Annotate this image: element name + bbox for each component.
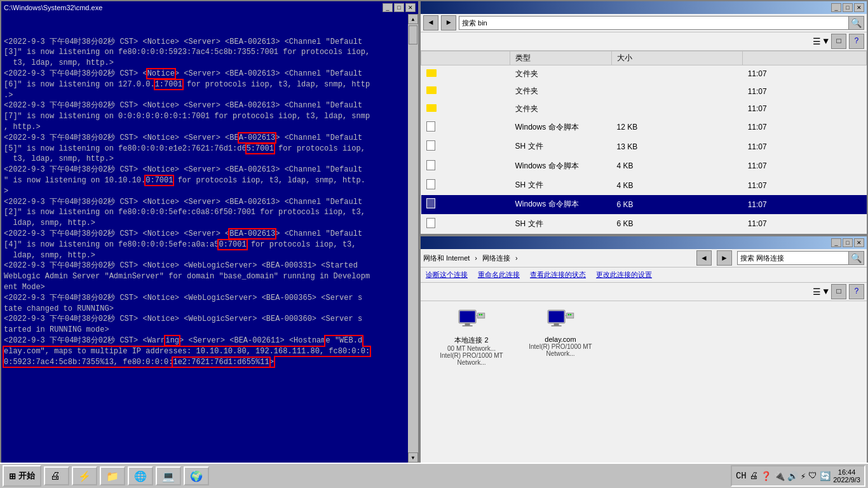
cmd-window[interactable]: C:\Windows\System32\cmd.exe _ □ ✕ <2022-… [0, 0, 419, 464]
network-search-box[interactable]: 🔍 [737, 251, 864, 265]
table-row[interactable]: 文件夹 11:07 [421, 65, 867, 83]
cmd-maximize-btn[interactable]: □ [394, 3, 404, 12]
explorer-titlebar-buttons[interactable]: _ □ ✕ [831, 3, 864, 12]
explorer-view-btn[interactable]: □ [831, 34, 846, 49]
explorer-forward-btn[interactable]: ► [441, 15, 456, 30]
explorer-close-btn[interactable]: ✕ [854, 3, 864, 12]
network-action-diagnose[interactable]: 诊断这个连接 [426, 270, 468, 280]
network-close-btn[interactable]: ✕ [854, 238, 864, 247]
start-button[interactable]: ⊞ 开始 [3, 465, 41, 487]
highlight-warn: ing [165, 336, 179, 345]
taskbar-item-4[interactable]: 🌐 [128, 466, 153, 485]
network-search-btn[interactable]: 🔍 [848, 252, 864, 264]
table-row-selected[interactable]: Windows 命令脚本 6 KB 11:07 [421, 195, 867, 214]
network-view-btn[interactable]: □ [831, 284, 846, 299]
highlight-port-2: 5:7001 [247, 144, 274, 153]
taskbar-item-2[interactable]: ⚡ [72, 466, 97, 485]
network-action-status[interactable]: 查看此连接的状态 [530, 270, 586, 280]
network-breadcrumb-toolbar: 网络和 Internet › 网络连接 › ◄ ► 🔍 [421, 249, 867, 268]
taskbar-icon-1: 🖨 [50, 470, 60, 482]
network-restore-btn[interactable]: □ [843, 238, 853, 247]
taskbar-item-cmd[interactable]: 💻 [156, 466, 181, 485]
view-list-icon[interactable]: ☰ [813, 36, 821, 47]
taskbar-item-3[interactable]: 📁 [100, 466, 125, 485]
network-icon-delay[interactable]: delay.com Intel(R) PRO/1000 MT Network..… [522, 308, 599, 357]
table-row[interactable]: SH 文件 4 KB 11:07 [421, 175, 867, 194]
tray-printer-icon[interactable]: 🖨 [749, 471, 758, 481]
network-icon-local[interactable]: 本地连接 2 00 MT Network... Intel(R) PRO/100… [433, 308, 510, 366]
taskbar-item-5[interactable]: 🌍 [184, 466, 209, 485]
explorer-back-btn[interactable]: ◄ [423, 15, 438, 30]
file-name [421, 156, 510, 175]
explorer-search-box[interactable]: 🔍 [459, 16, 864, 30]
explorer-minimize-btn[interactable]: _ [831, 3, 841, 12]
file-name [421, 83, 510, 100]
network-actions-bar: 诊断这个连接 重命名此连接 查看此连接的状态 更改此连接的设置 [421, 268, 867, 283]
tray-help-icon[interactable]: ❓ [761, 471, 771, 482]
file-time: 11:07 [743, 195, 867, 214]
tray-sound-icon[interactable]: 🔊 [787, 471, 798, 482]
col-header-size[interactable]: 大小 [612, 51, 743, 65]
file-type: 文件夹 [510, 83, 612, 100]
tray-shield-icon[interactable]: 🛡 [808, 471, 817, 481]
tray-battery-icon[interactable]: ⚡ [801, 471, 806, 482]
table-row[interactable]: SH 文件 13 KB 11:07 [421, 137, 867, 156]
network-window[interactable]: _ □ ✕ 网络和 Internet › 网络连接 › ◄ ► 🔍 诊断这个连接… [419, 235, 868, 464]
file-type: 文件夹 [510, 65, 612, 83]
cmd-titlebar: C:\Windows\System32\cmd.exe _ □ ✕ [1, 1, 418, 14]
table-row[interactable]: Windows 命令脚本 12 KB 11:07 [421, 118, 867, 137]
view-options-icon-2[interactable]: ▼ [824, 287, 829, 297]
cmd-titlebar-buttons[interactable]: _ □ ✕ [383, 3, 416, 12]
taskbar: ⊞ 开始 🖨 ⚡ 📁 🌐 💻 🌍 CH 🖨 ❓ 🔌 🔊 ⚡ 🛡 🔄 16:44 … [0, 463, 868, 488]
view-list-icon-2[interactable]: ☰ [813, 287, 821, 297]
cmd-close-btn[interactable]: ✕ [405, 3, 416, 12]
explorer-titlebar: _ □ ✕ [421, 1, 867, 14]
network-titlebar-buttons[interactable]: _ □ ✕ [831, 238, 864, 247]
cmd-scrollbar[interactable]: ▲ ▼ [408, 14, 418, 463]
col-header-extra[interactable] [743, 51, 867, 65]
file-name [421, 175, 510, 194]
tray-network-icon[interactable]: 🔌 [774, 471, 785, 482]
start-label: 开始 [18, 470, 35, 482]
explorer-search-btn[interactable]: 🔍 [848, 17, 864, 29]
col-header-name[interactable] [421, 51, 510, 65]
table-row[interactable]: SH 文件 6 KB 11:07 [421, 214, 867, 233]
network-back-btn[interactable]: ◄ [696, 250, 712, 266]
cmd-scroll-thumb[interactable] [409, 25, 417, 44]
network-action-settings[interactable]: 更改此连接的设置 [596, 270, 652, 280]
cmd-minimize-btn[interactable]: _ [383, 3, 393, 12]
local-connection-sublabel-2: Intel(R) PRO/1000 MT Network... [433, 352, 510, 366]
network-search-input[interactable] [738, 254, 848, 262]
svg-rect-10 [554, 323, 559, 325]
table-row[interactable]: 文件夹 11:07 [421, 100, 867, 118]
explorer-window[interactable]: _ □ ✕ ◄ ► 🔍 ☰ ▼ □ ? 类型 大小 [419, 0, 868, 235]
cmd-content: <2022-9-3 下午04时38分02秒 CST> <Notice> <Ser… [1, 14, 418, 463]
highlight-port-3: 0:7001 [146, 176, 173, 185]
local-connection-svg [456, 306, 487, 334]
taskbar-item-1[interactable]: 🖨 [44, 466, 69, 485]
clock-date: 2022/9/3 [833, 476, 860, 484]
network-forward-btn[interactable]: ► [717, 250, 732, 266]
network-help-btn[interactable]: ? [849, 284, 864, 299]
delay-connection-sublabel: Intel(R) PRO/1000 MT Network... [522, 343, 599, 357]
file-name [421, 100, 510, 118]
network-action-rename[interactable]: 重命名此连接 [478, 270, 520, 280]
file-type: Windows 命令脚本 [510, 118, 612, 137]
system-clock[interactable]: 16:44 2022/9/3 [833, 468, 860, 484]
table-row[interactable]: Windows 命令脚本 4 KB 11:07 [421, 156, 867, 175]
highlight-port-1: 1:7001 [155, 80, 182, 89]
local-connection-sublabel-1: 00 MT Network... [447, 345, 496, 352]
tray-update-icon[interactable]: 🔄 [820, 471, 831, 482]
explorer-search-input[interactable] [459, 19, 848, 27]
cmd-scroll-down[interactable]: ▼ [408, 452, 418, 463]
explorer-help-btn[interactable]: ? [849, 34, 864, 49]
cmd-scroll-up[interactable]: ▲ [408, 14, 418, 24]
svg-point-7 [481, 314, 482, 315]
explorer-restore-btn[interactable]: □ [843, 3, 853, 12]
file-size: 12 KB [612, 118, 743, 137]
network-minimize-btn[interactable]: _ [831, 238, 841, 247]
tray-lang-icon[interactable]: CH [736, 471, 747, 481]
table-row[interactable]: 文件夹 11:07 [421, 83, 867, 100]
col-header-type[interactable]: 类型 [510, 51, 612, 65]
view-options-icon[interactable]: ▼ [824, 36, 829, 46]
